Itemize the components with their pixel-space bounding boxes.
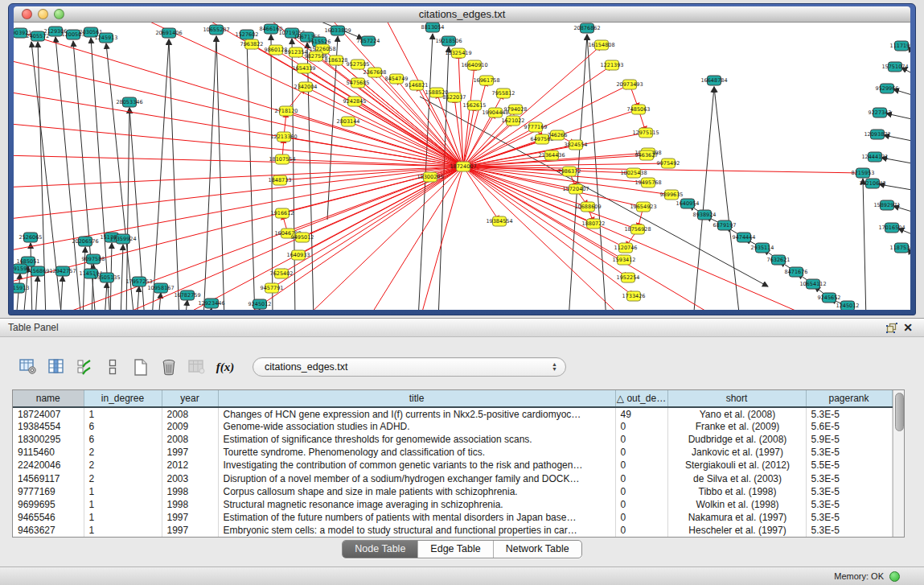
column-header-year[interactable]: year [162, 390, 218, 407]
graph-node[interactable]: 1733426 [622, 291, 646, 301]
graph-node[interactable]: 21364436 [538, 150, 565, 160]
table-cell[interactable]: 2 [84, 446, 162, 459]
table-cell[interactable]: 5.3E-5 [806, 407, 892, 420]
table-cell[interactable]: 5.5E-5 [806, 459, 892, 472]
table-row[interactable]: 977716911998Corpus callosum shape and si… [13, 485, 892, 498]
table-row[interactable]: 1456911722003Disruption of a novel membe… [13, 472, 892, 484]
table-cell[interactable]: 5.3E-5 [806, 472, 892, 484]
network-canvas[interactable]: 1903921 2405572 2129306 1200503 2030561 … [14, 23, 910, 310]
table-cell[interactable]: Tourette syndrome. Phenomenology and cla… [218, 446, 615, 459]
graph-node[interactable]: 5475685 [347, 78, 370, 88]
graph-node[interactable]: 12444131 [861, 152, 888, 162]
table-cell[interactable]: 0 [615, 524, 667, 537]
table-cell[interactable]: 2008 [162, 433, 218, 446]
graph-node[interactable]: 9457791 [261, 283, 284, 293]
graph-node[interactable]: 13505135 [93, 273, 120, 282]
graph-node[interactable]: 12975115 [632, 128, 659, 138]
graph-edge[interactable] [463, 167, 818, 310]
tab-network-table[interactable]: Network Table [494, 541, 581, 558]
table-settings-button[interactable] [18, 357, 39, 377]
table-cell[interactable]: 2003 [162, 472, 218, 484]
graph-node[interactable]: 7963822 [240, 39, 264, 49]
graph-node[interactable]: 10654112 [799, 279, 826, 289]
table-cell[interactable]: 22420046 [13, 459, 84, 472]
show-columns-button[interactable] [46, 357, 67, 377]
column-header-short[interactable]: short [667, 390, 806, 407]
table-cell[interactable]: 0 [615, 511, 667, 524]
table-cell[interactable]: 1 [84, 498, 162, 511]
graph-node[interactable]: 19654923 [630, 202, 656, 212]
graph-node[interactable]: 1621022 [502, 116, 525, 126]
graph-node[interactable]: 20876862 [573, 23, 600, 33]
graph-node[interactable]: 9527505 [347, 60, 370, 69]
graph-edge[interactable] [121, 245, 123, 310]
table-cell[interactable]: 2012 [162, 459, 218, 472]
graph-node[interactable]: 1221393 [601, 60, 624, 70]
graph-node[interactable]: 9463627 [635, 150, 659, 160]
graph-node[interactable]: 1640954 [676, 199, 700, 208]
graph-node[interactable]: 9777169 [524, 122, 548, 132]
graph-node[interactable]: 7955812 [492, 89, 515, 98]
table-cell[interactable]: 1997 [162, 524, 218, 537]
graph-edge[interactable] [137, 286, 139, 310]
table-cell[interactable]: 9115460 [13, 446, 84, 459]
memory-status-indicator[interactable] [889, 571, 900, 582]
column-header-name[interactable]: name [13, 390, 84, 407]
function-builder-button[interactable]: f(x) [215, 357, 236, 377]
graph-node[interactable]: 7857224 [357, 36, 380, 46]
graph-node[interactable]: 1593412 [613, 255, 636, 265]
close-panel-button[interactable]: ✕ [900, 320, 916, 335]
table-cell[interactable]: 5.3E-5 [806, 511, 892, 524]
graph-node[interactable]: 19495768 [634, 178, 661, 187]
table-cell[interactable]: Estimation of significance thresholds fo… [218, 433, 615, 446]
graph-node[interactable]: 7632621 [767, 255, 791, 265]
graph-node[interactable]: 19218506 [435, 36, 462, 46]
graph-node[interactable]: 15720407 [562, 184, 589, 194]
tab-edge-table[interactable]: Edge Table [418, 541, 493, 558]
table-row[interactable]: 969969511998Structural magnetic resonanc… [13, 498, 892, 511]
table-cell[interactable]: Structural magnetic resonance image aver… [218, 498, 615, 511]
tab-node-table[interactable]: Node Table [343, 541, 418, 558]
graph-node[interactable]: 1654339 [293, 64, 316, 73]
graph-edge[interactable] [272, 167, 463, 288]
graph-edge[interactable] [693, 87, 714, 310]
graph-node[interactable]: 1245012 [836, 301, 860, 310]
graph-node[interactable]: 1952254 [617, 273, 640, 282]
table-cell[interactable]: 0 [615, 485, 667, 498]
table-cell[interactable]: 6 [84, 420, 162, 433]
graph-edge[interactable] [35, 276, 38, 310]
table-cell[interactable]: Dudbridge et al. (2008) [667, 433, 806, 446]
table-cell[interactable]: 6 [84, 433, 162, 446]
graph-node[interactable]: 16033809 [324, 26, 351, 35]
float-panel-button[interactable] [884, 320, 900, 335]
table-cell[interactable]: Wolkin et al. (1998) [667, 498, 806, 511]
graph-node[interactable]: 1916612 [271, 208, 294, 218]
table-cell[interactable]: Franke et al. (2009) [667, 420, 806, 433]
graph-node[interactable]: 10025438 [620, 168, 647, 178]
graph-edge[interactable] [863, 179, 866, 310]
graph-node[interactable]: 28053346 [116, 97, 142, 107]
minimize-window-button[interactable] [38, 9, 48, 19]
graph-node[interactable]: 15325419 [445, 48, 471, 58]
table-cell[interactable]: 0 [615, 433, 667, 446]
graph-node[interactable]: 2526065 [19, 233, 43, 242]
column-header-title[interactable]: title [218, 390, 615, 407]
graph-node[interactable]: 9245652 [818, 293, 841, 303]
graph-edge[interactable] [152, 39, 169, 310]
table-cell[interactable]: 5.3E-5 [806, 498, 892, 511]
graph-edge[interactable] [60, 276, 63, 310]
graph-edge[interactable] [203, 36, 216, 310]
table-cell[interactable]: Stergiakouli et al. (2012) [667, 459, 806, 472]
table-cell[interactable]: 49 [615, 407, 667, 420]
table-row[interactable]: 1872400712008Changes of HCN gene express… [13, 407, 892, 420]
table-cell[interactable]: 14569117 [13, 472, 84, 484]
graph-node[interactable]: 8938924 [693, 210, 717, 220]
graph-node[interactable]: 9474444 [733, 233, 756, 242]
table-cell[interactable]: 1 [84, 485, 162, 498]
scrollbar-thumb[interactable] [895, 393, 904, 431]
graph-node[interactable]: 15892971 [873, 200, 900, 210]
graph-node[interactable]: 17016504 [878, 223, 905, 233]
graph-node[interactable]: 15751074 [881, 62, 908, 72]
graph-node[interactable]: 9899635 [660, 190, 684, 200]
graph-node[interactable]: 8471676 [785, 267, 808, 277]
